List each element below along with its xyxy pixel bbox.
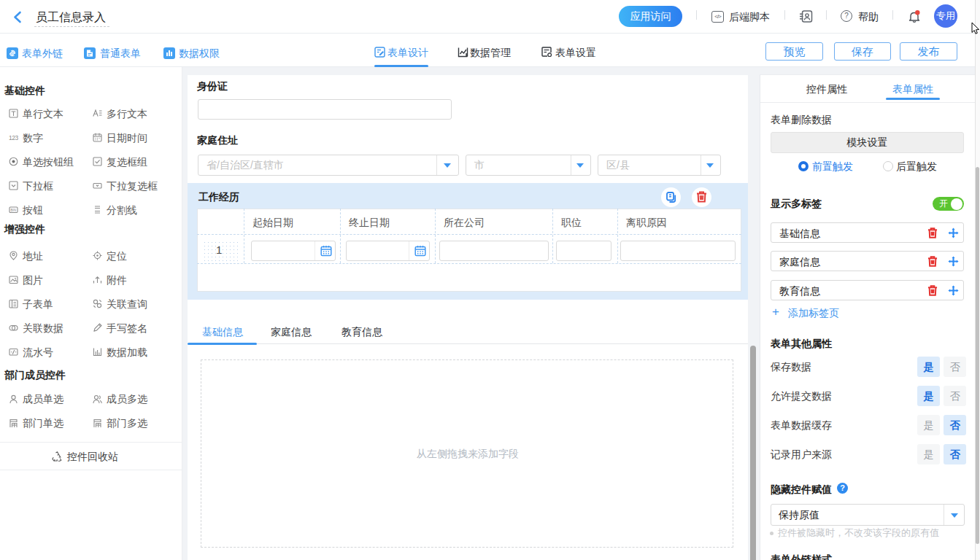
svg-text:123: 123 xyxy=(9,134,18,141)
svg-text:BIN: BIN xyxy=(11,209,17,212)
